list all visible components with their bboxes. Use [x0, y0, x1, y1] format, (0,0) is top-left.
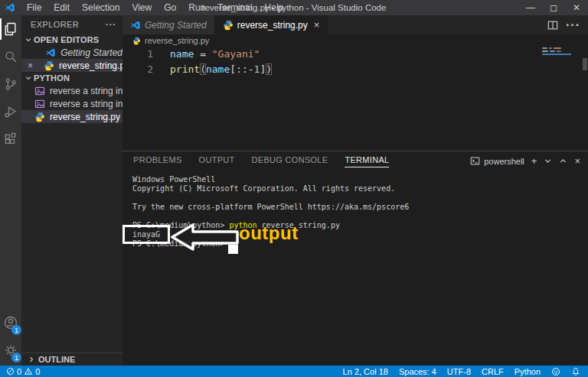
menu-view[interactable]: View: [126, 0, 158, 15]
status-bar: 0 0 Ln 2, Col 18 Spaces: 4 UTF-8 CRLF Py…: [0, 366, 588, 377]
line-number: 1: [122, 47, 153, 62]
split-editor-icon[interactable]: [547, 20, 558, 31]
file-reverse-a-string-image-1[interactable]: reverse a string in pyt...: [21, 84, 122, 97]
open-editors-header[interactable]: OPEN EDITORS: [21, 34, 122, 46]
code-token: [::: [230, 63, 247, 75]
vscode-logo-icon: [5, 2, 15, 13]
code-token: -: [248, 63, 254, 75]
close-tab-icon[interactable]: ×: [314, 19, 320, 31]
tab-getting-started[interactable]: Getting Started: [122, 15, 215, 34]
error-count: 0: [17, 367, 21, 376]
terminal-line: [132, 212, 588, 221]
run-debug-icon[interactable]: [0, 98, 21, 125]
python-icon: [132, 37, 141, 45]
encoding[interactable]: UTF-8: [447, 367, 471, 376]
new-terminal-icon[interactable]: +: [531, 155, 537, 167]
terminal-line: Windows PowerShell: [132, 175, 588, 184]
title-bar: FileEditSelectionViewGoRunTerminalHelp r…: [0, 0, 588, 15]
code-token: print: [170, 63, 200, 75]
problems-status[interactable]: 0 0: [6, 367, 40, 376]
explorer-more-actions-icon[interactable]: ···: [106, 20, 116, 29]
minimize-button[interactable]: —: [519, 0, 542, 15]
maximize-button[interactable]: ◻: [542, 0, 565, 15]
open-editor-getting-started[interactable]: × Getting Started: [21, 46, 122, 59]
folder-python-header[interactable]: PYTHON: [21, 72, 122, 84]
outline-section-header[interactable]: OUTLINE: [21, 353, 122, 366]
window-title: reverse_string.py - python - Visual Stud…: [202, 3, 387, 12]
terminal-line: Try the new cross-platform PowerShell ht…: [132, 203, 588, 212]
more-actions-icon[interactable]: ···: [566, 18, 580, 32]
panel-tab-terminal[interactable]: TERMINAL: [345, 155, 389, 167]
editor-actions: ···: [547, 15, 588, 34]
bottom-panel: PROBLEMSOUTPUTDEBUG CONSOLETERMINAL powe…: [122, 151, 588, 366]
editor-tab-bar: Getting Started reverse_string.py × ···: [122, 15, 588, 34]
code-token: "Gayani": [212, 48, 260, 60]
shell-picker[interactable]: powershell: [470, 156, 524, 166]
vscode-window: FileEditSelectionViewGoRunTerminalHelp r…: [0, 0, 588, 377]
file-label: reverse a string in pyt...: [50, 99, 122, 109]
minimap-highlight: [542, 54, 571, 55]
explorer-sidebar: EXPLORER ··· OPEN EDITORS × Getting Star…: [21, 15, 122, 366]
panel-tab-output[interactable]: OUTPUT: [199, 155, 235, 167]
feedback-icon[interactable]: [551, 367, 560, 376]
code-text: name = "Gayani": [170, 47, 260, 62]
warning-icon: [24, 367, 33, 375]
panel-tab-debug-console[interactable]: DEBUG CONSOLE: [252, 155, 328, 167]
terminal-token: PS C:\medium\python>: [132, 239, 224, 248]
file-label: reverse a string in pyt...: [50, 86, 122, 96]
panel-actions: powershell + ×: [470, 155, 588, 167]
window-controls: — ◻ ✕: [519, 0, 588, 15]
terminal-token: Copyright (C) Microsoft Corporation. All…: [132, 184, 395, 193]
image-icon: [34, 86, 45, 96]
notifications-bell-icon[interactable]: [571, 367, 580, 376]
editor-scrollbar[interactable]: [583, 58, 587, 70]
menu-selection[interactable]: Selection: [76, 0, 126, 15]
indentation[interactable]: Spaces: 4: [399, 367, 436, 376]
close-panel-icon[interactable]: ×: [574, 155, 580, 167]
panel-tab-problems[interactable]: PROBLEMS: [133, 155, 182, 167]
code-token: ): [266, 63, 272, 75]
close-editor-icon[interactable]: ×: [28, 60, 33, 71]
chevron-down-icon[interactable]: [544, 157, 552, 165]
open-editor-reverse-string[interactable]: × reverse_string.py: [21, 59, 122, 72]
terminal-line: [132, 193, 588, 203]
eol-sequence[interactable]: CRLF: [482, 367, 504, 376]
explorer-icon[interactable]: [0, 15, 21, 43]
maximize-panel-icon[interactable]: [559, 157, 567, 165]
menu-file[interactable]: File: [21, 0, 47, 15]
terminal-token: Try the new cross-platform PowerShell ht…: [132, 203, 409, 211]
activity-bar-bottom: 1 1: [0, 309, 21, 364]
terminal-output: Windows PowerShellCopyright (C) Microsof…: [132, 175, 588, 249]
tab-reverse-string-py[interactable]: reverse_string.py ×: [215, 15, 328, 34]
cursor-position[interactable]: Ln 2, Col 18: [343, 367, 388, 376]
terminal-line: PS C:\medium\python>: [132, 239, 588, 249]
open-editors-label: OPEN EDITORS: [34, 35, 99, 44]
close-button[interactable]: ✕: [565, 0, 588, 15]
menu-go[interactable]: Go: [158, 0, 182, 15]
code-editor[interactable]: 1name = "Gayani"2print(name[::-1]): [122, 47, 588, 151]
panel-tabs: PROBLEMSOUTPUTDEBUG CONSOLETERMINAL: [133, 155, 389, 167]
search-icon[interactable]: [0, 43, 21, 70]
file-reverse-string-py[interactable]: reverse_string.py: [21, 110, 122, 123]
open-editor-label: Getting Started: [60, 47, 122, 58]
language-mode[interactable]: Python: [514, 367, 541, 376]
python-icon: [44, 60, 54, 71]
extensions-icon[interactable]: [0, 125, 21, 153]
settings-badge: 1: [11, 353, 21, 362]
breadcrumb[interactable]: reverse_string.py: [122, 34, 588, 47]
vscode-icon: [130, 20, 141, 31]
shell-label: powershell: [484, 157, 524, 166]
breadcrumb-file[interactable]: reverse_string.py: [145, 36, 209, 45]
folder-python-label: PYTHON: [34, 73, 70, 83]
settings-gear-icon[interactable]: 1: [0, 336, 21, 364]
code-token: (: [200, 63, 206, 75]
image-icon: [34, 99, 45, 109]
code-line: 1name = "Gayani": [122, 47, 588, 62]
source-control-icon[interactable]: [0, 70, 21, 98]
minimap[interactable]: [542, 47, 571, 55]
python-icon: [34, 112, 45, 122]
account-icon[interactable]: 1: [0, 309, 21, 336]
menu-edit[interactable]: Edit: [47, 0, 76, 15]
file-reverse-a-string-image-2[interactable]: reverse a string in pyt...: [21, 97, 122, 110]
terminal[interactable]: Windows PowerShellCopyright (C) Microsof…: [122, 171, 588, 366]
